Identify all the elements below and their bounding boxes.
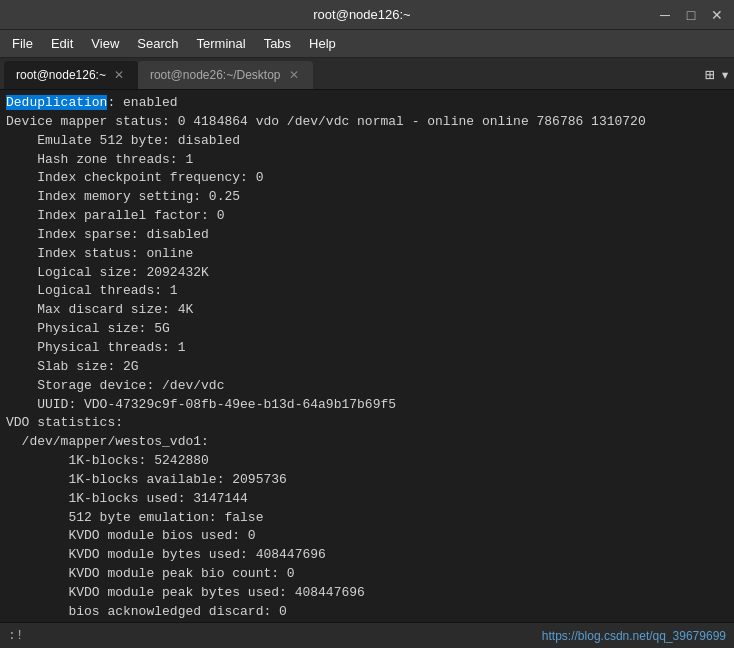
menu-item-terminal[interactable]: Terminal <box>189 34 254 53</box>
menu-item-help[interactable]: Help <box>301 34 344 53</box>
tab-label: root@node126:~ <box>16 68 106 82</box>
maximize-button[interactable]: □ <box>682 6 700 24</box>
status-bar: :! https://blog.csdn.net/qq_39679699 <box>0 622 734 648</box>
tab-bar: root@node126:~✕root@node26:~/Desktop✕⊞▾ <box>0 58 734 90</box>
terminal-line: KVDO module bytes used: 408447696 <box>6 546 728 565</box>
close-button[interactable]: ✕ <box>708 6 726 24</box>
terminal-line: Index parallel factor: 0 <box>6 207 728 226</box>
terminal-content: Deduplication: enabledDevice mapper stat… <box>0 90 734 622</box>
terminal-line: 1K-blocks used: 3147144 <box>6 490 728 509</box>
terminal-line: KVDO module peak bytes used: 408447696 <box>6 584 728 603</box>
menu-item-view[interactable]: View <box>83 34 127 53</box>
tab-close-button[interactable]: ✕ <box>287 68 301 82</box>
terminal-line: Device mapper status: 0 4184864 vdo /dev… <box>6 113 728 132</box>
terminal-line: Physical threads: 1 <box>6 339 728 358</box>
terminal-line: Index checkpoint frequency: 0 <box>6 169 728 188</box>
minimize-button[interactable]: ─ <box>656 6 674 24</box>
terminal-line: Storage device: /dev/vdc <box>6 377 728 396</box>
tab-close-button[interactable]: ✕ <box>112 68 126 82</box>
terminal-line: 1K-blocks available: 2095736 <box>6 471 728 490</box>
menu-item-search[interactable]: Search <box>129 34 186 53</box>
window-title: root@node126:~ <box>68 7 656 22</box>
window-controls: ─ □ ✕ <box>656 6 726 24</box>
tab-tab2[interactable]: root@node26:~/Desktop✕ <box>138 61 313 89</box>
menu-item-file[interactable]: File <box>4 34 41 53</box>
terminal-line: Emulate 512 byte: disabled <box>6 132 728 151</box>
terminal-line: UUID: VDO-47329c9f-08fb-49ee-b13d-64a9b1… <box>6 396 728 415</box>
tab-tab1[interactable]: root@node126:~✕ <box>4 61 138 89</box>
terminal-line: Logical threads: 1 <box>6 282 728 301</box>
terminal-line: Max discard size: 4K <box>6 301 728 320</box>
terminal-line: KVDO module peak bio count: 0 <box>6 565 728 584</box>
title-bar: root@node126:~ ─ □ ✕ <box>0 0 734 30</box>
terminal-line: VDO statistics: <box>6 414 728 433</box>
highlighted-text: Deduplication <box>6 95 107 110</box>
terminal-line: /dev/mapper/westos_vdo1: <box>6 433 728 452</box>
terminal-line: Hash zone threads: 1 <box>6 151 728 170</box>
terminal-line: bios acknowledged discard: 0 <box>6 603 728 622</box>
status-left: :! <box>8 628 24 643</box>
terminal-line: 512 byte emulation: false <box>6 509 728 528</box>
terminal-line: Physical size: 5G <box>6 320 728 339</box>
terminal-line: Deduplication: enabled <box>6 94 728 113</box>
status-right: https://blog.csdn.net/qq_39679699 <box>542 629 726 643</box>
terminal-line: Index status: online <box>6 245 728 264</box>
screenshot-icon[interactable]: ⊞ <box>705 65 715 85</box>
menu-bar: FileEditViewSearchTerminalTabsHelp <box>0 30 734 58</box>
menu-item-edit[interactable]: Edit <box>43 34 81 53</box>
terminal-line: Index memory setting: 0.25 <box>6 188 728 207</box>
terminal-line: Slab size: 2G <box>6 358 728 377</box>
terminal-line: Logical size: 2092432K <box>6 264 728 283</box>
dropdown-icon[interactable]: ▾ <box>720 65 730 85</box>
tab-bar-right-controls: ⊞▾ <box>705 65 730 89</box>
terminal-line: 1K-blocks: 5242880 <box>6 452 728 471</box>
terminal-line: Index sparse: disabled <box>6 226 728 245</box>
terminal-line: KVDO module bios used: 0 <box>6 527 728 546</box>
menu-item-tabs[interactable]: Tabs <box>256 34 299 53</box>
tab-label: root@node26:~/Desktop <box>150 68 281 82</box>
